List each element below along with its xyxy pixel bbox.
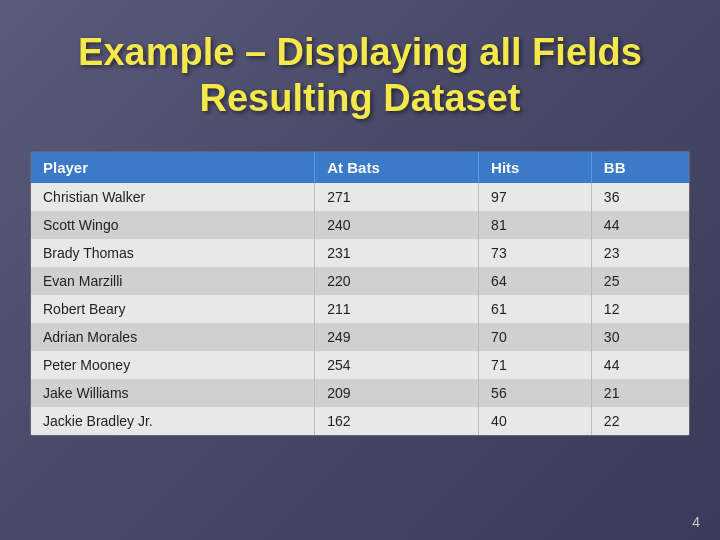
cell-r6-c0: Peter Mooney [31,351,315,379]
cell-r8-c2: 40 [479,407,592,435]
table-body: Christian Walker2719736Scott Wingo240814… [31,183,689,435]
cell-r7-c3: 21 [591,379,689,407]
table-row: Jake Williams2095621 [31,379,689,407]
cell-r8-c1: 162 [315,407,479,435]
cell-r6-c1: 254 [315,351,479,379]
cell-r6-c2: 71 [479,351,592,379]
cell-r1-c1: 240 [315,211,479,239]
cell-r5-c2: 70 [479,323,592,351]
table-row: Christian Walker2719736 [31,183,689,211]
cell-r7-c0: Jake Williams [31,379,315,407]
table-row: Scott Wingo2408144 [31,211,689,239]
cell-r1-c2: 81 [479,211,592,239]
table-header-row: Player At Bats Hits BB [31,152,689,183]
cell-r4-c1: 211 [315,295,479,323]
table-row: Brady Thomas2317323 [31,239,689,267]
cell-r1-c3: 44 [591,211,689,239]
slide-number: 4 [692,514,700,530]
cell-r4-c3: 12 [591,295,689,323]
cell-r5-c0: Adrian Morales [31,323,315,351]
cell-r2-c1: 231 [315,239,479,267]
cell-r3-c0: Evan Marzilli [31,267,315,295]
cell-r2-c2: 73 [479,239,592,267]
col-header-player: Player [31,152,315,183]
cell-r5-c1: 249 [315,323,479,351]
table-row: Adrian Morales2497030 [31,323,689,351]
cell-r3-c2: 64 [479,267,592,295]
cell-r4-c0: Robert Beary [31,295,315,323]
cell-r3-c3: 25 [591,267,689,295]
table-row: Robert Beary2116112 [31,295,689,323]
cell-r1-c0: Scott Wingo [31,211,315,239]
cell-r7-c2: 56 [479,379,592,407]
table-row: Evan Marzilli2206425 [31,267,689,295]
data-table-container: Player At Bats Hits BB Christian Walker2… [30,151,690,436]
title-line1: Example – Displaying all Fields [78,31,642,73]
col-header-bb: BB [591,152,689,183]
cell-r2-c0: Brady Thomas [31,239,315,267]
table-row: Jackie Bradley Jr.1624022 [31,407,689,435]
cell-r3-c1: 220 [315,267,479,295]
cell-r5-c3: 30 [591,323,689,351]
cell-r0-c2: 97 [479,183,592,211]
slide-background: Example – Displaying all Fields Resultin… [0,0,720,540]
cell-r0-c3: 36 [591,183,689,211]
title-area: Example – Displaying all Fields Resultin… [0,0,720,141]
title-line2: Resulting Dataset [200,77,521,119]
data-table: Player At Bats Hits BB Christian Walker2… [31,152,689,435]
cell-r4-c2: 61 [479,295,592,323]
cell-r6-c3: 44 [591,351,689,379]
cell-r8-c0: Jackie Bradley Jr. [31,407,315,435]
cell-r0-c1: 271 [315,183,479,211]
slide-title: Example – Displaying all Fields Resultin… [40,30,680,121]
col-header-at-bats: At Bats [315,152,479,183]
col-header-hits: Hits [479,152,592,183]
cell-r8-c3: 22 [591,407,689,435]
cell-r2-c3: 23 [591,239,689,267]
table-row: Peter Mooney2547144 [31,351,689,379]
cell-r7-c1: 209 [315,379,479,407]
cell-r0-c0: Christian Walker [31,183,315,211]
